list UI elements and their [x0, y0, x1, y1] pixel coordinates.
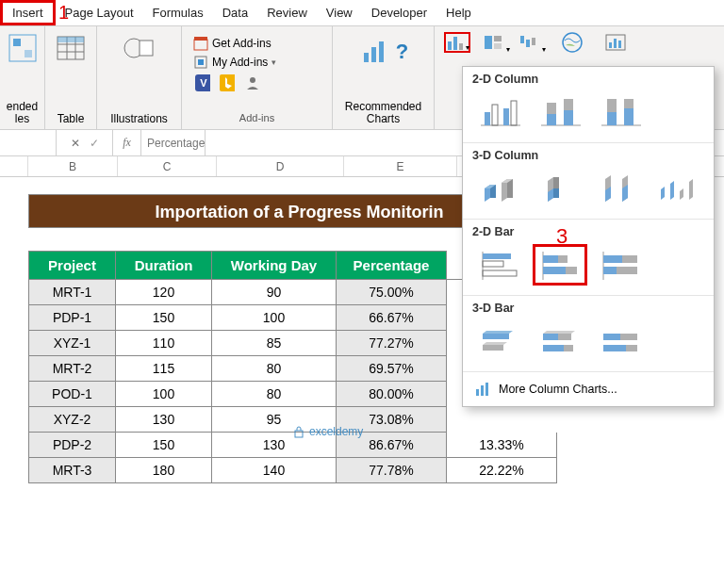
table-row: MRT-318014077.78%22.22%	[29, 458, 557, 483]
insert-waterfall-chart-button[interactable]: ▾	[516, 32, 542, 53]
tab-help[interactable]: Help	[436, 0, 481, 25]
svg-rect-70	[543, 345, 564, 351]
svg-rect-49	[607, 112, 617, 125]
tab-review[interactable]: Review	[257, 0, 317, 25]
pivot-label: ended les	[7, 101, 38, 125]
3d-stacked100-column-icon[interactable]	[591, 168, 645, 209]
visio-icon[interactable]: V	[195, 75, 210, 90]
svg-rect-35	[618, 41, 621, 48]
fx-icon[interactable]: fx	[113, 130, 141, 155]
svg-rect-46	[564, 110, 573, 125]
formula-value[interactable]: Percentage	[141, 130, 206, 155]
svg-rect-24	[459, 43, 463, 50]
tab-view[interactable]: View	[317, 0, 362, 25]
3d-stacked-column-icon[interactable]	[532, 168, 585, 209]
svg-rect-65	[603, 267, 617, 274]
stacked100-bar-icon[interactable]	[593, 244, 648, 286]
stacked-column-icon[interactable]	[533, 91, 587, 133]
illustrations-icon	[122, 30, 157, 66]
more-charts-label: More Column Charts...	[499, 383, 617, 396]
tab-insert[interactable]: Insert	[0, 0, 56, 25]
people-icon[interactable]	[244, 75, 259, 90]
svg-rect-21	[379, 41, 384, 62]
3d-stacked-bar-icon[interactable]	[533, 320, 587, 362]
group-illustrations[interactable]: Illustrations	[97, 26, 182, 129]
svg-point-18	[250, 77, 255, 83]
rec-charts-icon	[358, 34, 394, 70]
my-addins-button[interactable]: My Add-ins ▾	[189, 53, 324, 72]
get-addins-label: Get Add-ins	[212, 37, 272, 50]
svg-rect-11	[194, 40, 207, 50]
store-icon	[193, 36, 208, 51]
svg-rect-10	[140, 41, 153, 56]
svg-rect-55	[483, 270, 517, 276]
bing-icon[interactable]	[220, 75, 235, 90]
svg-rect-71	[564, 345, 573, 351]
clustered-column-icon[interactable]	[472, 91, 527, 133]
svg-rect-8	[58, 37, 84, 42]
chart-type-dropdown: 2-D Column 3-D Column 2-D Bar 3-D Bar Mo…	[462, 66, 715, 407]
svg-rect-57	[543, 255, 558, 263]
group-recommended-pivot[interactable]: ended les	[0, 26, 45, 129]
svg-rect-58	[558, 255, 568, 263]
section-3d-bar: 3-D Bar	[463, 296, 714, 317]
svg-rect-2	[25, 50, 32, 57]
stacked-bar-icon[interactable]	[533, 244, 587, 286]
clustered-bar-icon[interactable]	[472, 244, 527, 286]
svg-rect-40	[503, 108, 509, 125]
col-D[interactable]: D	[217, 156, 344, 176]
question-icon: ?	[396, 40, 408, 64]
insert-hierarchy-chart-button[interactable]: ▾	[480, 32, 506, 53]
pivot-chart-button[interactable]	[602, 32, 629, 53]
group-addins: Get Add-ins My Add-ins ▾ V Add-ins	[182, 26, 333, 129]
svg-rect-33	[609, 42, 612, 48]
chevron-down-icon: ▾	[272, 57, 276, 67]
insert-column-chart-button[interactable]: ▾	[444, 32, 470, 53]
svg-rect-67	[483, 345, 503, 351]
3d-clustered-column-icon[interactable]	[472, 168, 526, 209]
3d-column-icon[interactable]	[650, 168, 704, 209]
svg-rect-26	[494, 36, 502, 41]
svg-rect-63	[603, 255, 622, 263]
svg-rect-34	[614, 39, 617, 48]
cancel-icon[interactable]: ✕	[71, 137, 80, 150]
col-A[interactable]	[0, 156, 28, 176]
svg-rect-77	[481, 385, 484, 396]
more-column-charts[interactable]: More Column Charts...	[463, 371, 714, 406]
3d-clustered-bar-icon[interactable]	[472, 320, 527, 362]
col-C[interactable]: C	[118, 156, 217, 176]
svg-rect-19	[364, 53, 369, 62]
svg-rect-73	[603, 334, 620, 340]
tab-data[interactable]: Data	[213, 0, 257, 25]
tab-developer[interactable]: Developer	[362, 0, 436, 25]
tab-formulas[interactable]: Formulas	[143, 0, 213, 25]
svg-rect-22	[448, 41, 452, 50]
hdr-working-day: Working Day	[212, 252, 337, 280]
svg-rect-68	[543, 334, 558, 340]
3d-stacked100-bar-icon[interactable]	[593, 320, 648, 362]
hdr-duration: Duration	[116, 252, 212, 280]
svg-rect-44	[547, 114, 556, 125]
svg-rect-69	[558, 334, 571, 340]
chart-icon	[474, 382, 491, 397]
section-3d-column: 3-D Column	[463, 143, 714, 164]
svg-rect-78	[485, 383, 488, 396]
stacked100-column-icon[interactable]	[593, 91, 648, 133]
confirm-icon[interactable]: ✓	[90, 137, 99, 150]
group-table[interactable]: Table	[45, 26, 97, 129]
hdr-project: Project	[29, 252, 116, 280]
table-icon	[53, 30, 89, 66]
group-rec-charts[interactable]: ? Recommended Charts	[333, 26, 435, 129]
ribbon-tabs: Insert 1 Page Layout Formulas Data Revie…	[0, 0, 724, 26]
col-E[interactable]: E	[344, 156, 457, 176]
svg-rect-39	[492, 105, 498, 125]
get-addins-button[interactable]: Get Add-ins	[189, 34, 324, 53]
illustrations-label: Illustrations	[110, 113, 168, 125]
col-B[interactable]: B	[28, 156, 118, 176]
svg-rect-60	[566, 267, 577, 274]
my-addins-label: My Add-ins	[212, 56, 268, 69]
section-2d-column: 2-D Column	[463, 67, 714, 88]
maps-button[interactable]	[559, 32, 585, 53]
name-box[interactable]	[0, 130, 57, 155]
svg-rect-59	[543, 267, 566, 274]
